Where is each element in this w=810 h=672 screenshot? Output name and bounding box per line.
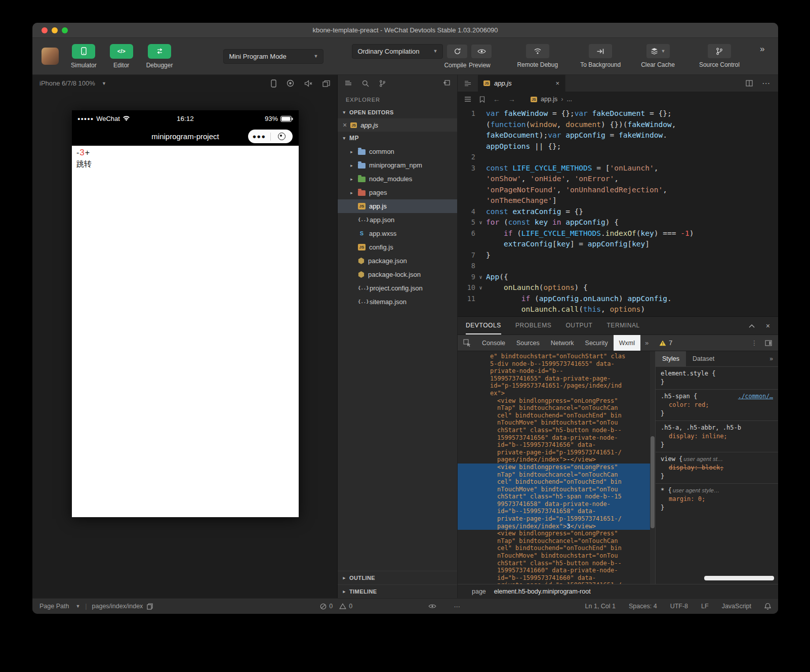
wxml-line[interactable]: id="p-1599573741651-/pages/index/ind bbox=[458, 382, 650, 390]
elements-scrollbar[interactable] bbox=[650, 351, 655, 584]
wxml-line[interactable]: chStart" class="h5-span node-b--15 bbox=[458, 493, 650, 500]
preview-button[interactable] bbox=[471, 45, 492, 58]
capsule-home-button[interactable] bbox=[271, 133, 293, 140]
tree-item-app.wxss[interactable]: Sapp.wxss bbox=[338, 227, 457, 240]
search-icon[interactable] bbox=[362, 80, 369, 87]
mode-dropdown[interactable]: Mini Program Mode ▼ bbox=[223, 49, 323, 64]
tree-item-miniprogram_npm[interactable]: ▸miniprogram_npm bbox=[338, 158, 457, 172]
toolbar-overflow-icon[interactable]: » bbox=[760, 44, 764, 54]
devtools-tab-problems[interactable]: PROBLEMS bbox=[515, 317, 552, 334]
tree-item-app.json[interactable]: {..}app.json bbox=[338, 213, 457, 227]
chrome-tab-sources[interactable]: Sources bbox=[511, 335, 545, 351]
language-mode[interactable]: JavaScript bbox=[722, 603, 751, 610]
indentation[interactable]: Spaces: 4 bbox=[629, 603, 657, 610]
wxml-line[interactable]: <view bindlongpress="onLongPress" bbox=[458, 464, 650, 471]
wxml-line[interactable]: private-node-id="b-- bbox=[458, 367, 650, 375]
forward-icon[interactable]: → bbox=[508, 95, 515, 103]
debugger-toggle[interactable]: Debugger bbox=[146, 44, 173, 69]
wxml-line[interactable]: private-page-id="p-1599573741651-/ bbox=[458, 449, 650, 456]
wxml-line[interactable]: nTouchMove" bindtouchstart="onTou bbox=[458, 486, 650, 493]
bell-icon[interactable] bbox=[764, 603, 771, 610]
wxml-line[interactable]: nTap" bindtouchcancel="onTouchCan bbox=[458, 404, 650, 412]
tree-item-sitemap.json[interactable]: {..}sitemap.json bbox=[338, 295, 457, 309]
breadcrumb[interactable]: JS app.js › ... bbox=[531, 96, 572, 103]
devtools-tab-devtools[interactable]: DEVTOOLS bbox=[466, 317, 501, 334]
editor-toggle[interactable]: </> Editor bbox=[110, 44, 133, 69]
wxml-line[interactable]: cel" bindtouchend="onTouchEnd" bin bbox=[458, 544, 650, 552]
tree-item-project.config.json[interactable]: {..}project.config.json bbox=[338, 281, 457, 295]
wxml-line[interactable]: private-page-id="p-1599573741651-/ bbox=[458, 515, 650, 523]
style-source-link[interactable]: ./common/… bbox=[738, 392, 773, 401]
tree-item-node_modules[interactable]: ▸node_modules bbox=[338, 172, 457, 186]
tree-item-pages[interactable]: ▸pages bbox=[338, 186, 457, 199]
status-more-icon[interactable]: ⋯ bbox=[454, 603, 460, 610]
device-selector[interactable]: iPhone 6/7/8 100% ▼ bbox=[39, 79, 106, 87]
kebab-icon[interactable]: ⋮ bbox=[751, 339, 758, 347]
more-style-tabs-icon[interactable]: » bbox=[770, 351, 778, 366]
tree-item-package.json[interactable]: package.json bbox=[338, 254, 457, 268]
wxml-line[interactable]: 1599573741660" data-private-node- bbox=[458, 567, 650, 574]
more-tabs-icon[interactable]: » bbox=[640, 335, 653, 351]
code-editor[interactable]: 1var fakeWindow = {};var fakeDocument = … bbox=[458, 107, 778, 316]
wxml-line[interactable]: ex"> bbox=[458, 390, 650, 397]
mute-icon[interactable] bbox=[304, 80, 312, 87]
close-panel-icon[interactable]: × bbox=[766, 322, 770, 330]
wxml-line[interactable]: <view bindlongpress="onLongPress" bbox=[458, 530, 650, 537]
close-window-button[interactable] bbox=[42, 27, 48, 33]
back-icon[interactable]: ← bbox=[493, 95, 500, 103]
collapse-panel-icon[interactable] bbox=[749, 324, 755, 328]
chrome-tab-network[interactable]: Network bbox=[545, 335, 580, 351]
dock-side-icon[interactable] bbox=[765, 340, 772, 346]
watch-icon[interactable] bbox=[428, 604, 436, 609]
rotate-device-icon[interactable] bbox=[271, 79, 276, 88]
wxml-line[interactable]: id="b--1599573741656" data- bbox=[458, 441, 650, 449]
split-editor-icon[interactable] bbox=[746, 80, 753, 87]
tree-item-config.js[interactable]: JSconfig.js bbox=[338, 240, 457, 254]
wxml-line[interactable]: nTouchMove" bindtouchstart="onTou bbox=[458, 419, 650, 427]
tree-item-package-lock.json[interactable]: package-lock.json bbox=[338, 268, 457, 281]
outline-section[interactable]: ▸ OUTLINE bbox=[338, 571, 457, 584]
css-rule[interactable]: ./common/….h5-span {color: red;} bbox=[656, 389, 778, 421]
tree-item-common[interactable]: ▸common bbox=[338, 145, 457, 158]
wxml-line[interactable]: cel" bindtouchend="onTouchEnd" bin bbox=[458, 478, 650, 486]
tree-item-app.js[interactable]: JSapp.js bbox=[338, 199, 457, 213]
plus-button[interactable]: + bbox=[85, 148, 90, 157]
timeline-section[interactable]: ▸ TIMELINE bbox=[338, 584, 457, 598]
copy-path-icon[interactable] bbox=[147, 603, 153, 610]
cursor-position[interactable]: Ln 1, Col 1 bbox=[585, 603, 616, 610]
minimize-window-button[interactable] bbox=[52, 27, 58, 33]
zoom-window-button[interactable] bbox=[62, 27, 68, 33]
jump-link[interactable]: 跳转 bbox=[76, 159, 294, 169]
wxml-line[interactable]: e" bindtouchstart="onTouchStart" clas bbox=[458, 353, 650, 360]
chrome-tab-wxml[interactable]: Wxml bbox=[614, 335, 640, 351]
close-tab-icon[interactable]: × bbox=[555, 79, 559, 87]
inspect-element-icon[interactable] bbox=[458, 335, 476, 351]
css-rule[interactable]: .h5-a, .h5-abbr, .h5-bdisplay: inline;} bbox=[656, 421, 778, 452]
css-rule[interactable]: element.style {} bbox=[656, 367, 778, 389]
css-rule[interactable]: * {user agent style…margin: 0;} bbox=[656, 483, 778, 515]
compilation-dropdown[interactable]: Ordinary Compilation ▼ bbox=[352, 44, 443, 59]
wxml-line[interactable]: nTap" bindtouchcancel="onTouchCan bbox=[458, 471, 650, 479]
page-path-selector[interactable]: Page Path ▼ bbox=[39, 603, 80, 610]
remote-debug-button[interactable]: Remote Debug bbox=[517, 44, 558, 68]
warning-badge[interactable]: 7 bbox=[659, 335, 672, 351]
bookmark-icon[interactable] bbox=[479, 96, 485, 103]
project-root-section[interactable]: ▾ MP bbox=[338, 132, 457, 145]
clear-cache-button[interactable]: ▼ Clear Cache bbox=[641, 44, 675, 68]
collapse-editors-icon[interactable] bbox=[443, 80, 450, 87]
close-icon[interactable]: × bbox=[343, 121, 347, 129]
wxml-line[interactable]: id="b--1599573741658" data- bbox=[458, 508, 650, 515]
open-editors-section[interactable]: ▾ OPEN EDITORS bbox=[338, 106, 457, 118]
styles-tab-styles[interactable]: Styles bbox=[656, 351, 686, 366]
wxml-line[interactable]: pages/index/index">3</view> bbox=[458, 523, 650, 530]
files-icon[interactable] bbox=[345, 80, 352, 87]
wxml-line[interactable]: 1599573741656" data-private-node- bbox=[458, 434, 650, 442]
styles-horizontal-scrollbar[interactable] bbox=[704, 576, 774, 580]
menu-icon[interactable] bbox=[464, 96, 471, 102]
wxml-line[interactable]: id="b--1599573741660" data- bbox=[458, 574, 650, 582]
to-background-button[interactable]: To Background bbox=[580, 44, 621, 68]
crumb-page[interactable]: page bbox=[472, 588, 486, 595]
styles-tab-dataset[interactable]: Dataset bbox=[686, 351, 721, 366]
record-icon[interactable] bbox=[287, 79, 294, 87]
open-editor-item[interactable]: × JS app.js bbox=[338, 118, 457, 132]
